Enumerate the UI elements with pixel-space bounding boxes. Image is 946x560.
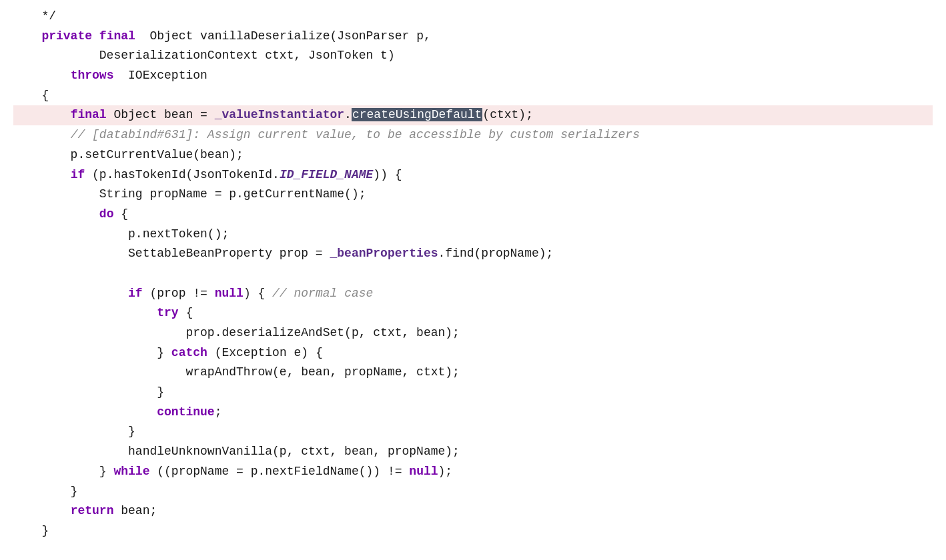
code-line-7: // [databind#631]: Assign current value,… bbox=[13, 125, 933, 145]
code-line-16: try { bbox=[13, 303, 933, 323]
keyword-final: final bbox=[99, 29, 135, 43]
code-line-27: } bbox=[13, 521, 933, 541]
code-line-23: handleUnknownVanilla(p, ctxt, bean, prop… bbox=[13, 442, 933, 462]
code-line-11: do { bbox=[13, 205, 933, 225]
code-line-19: wrapAndThrow(e, bean, propName, ctxt); bbox=[13, 363, 933, 383]
code-line-2: private final Object vanillaDeserialize(… bbox=[13, 27, 933, 47]
code-line-20: } bbox=[13, 383, 933, 403]
keyword-private: private bbox=[41, 29, 92, 43]
keyword-if-2: if bbox=[128, 287, 143, 300]
keyword-continue: continue bbox=[157, 405, 214, 419]
code-line-15: if (prop != null) { // normal case bbox=[13, 284, 933, 304]
code-line-13: SettableBeanProperty prop = _beanPropert… bbox=[13, 244, 933, 264]
code-container: */ private final Object vanillaDeseriali… bbox=[0, 7, 946, 560]
code-line-10: String propName = p.getCurrentName(); bbox=[13, 185, 933, 205]
keyword-null-2: null bbox=[409, 465, 438, 478]
comment-databind: // [databind#631]: Assign current value,… bbox=[71, 128, 640, 141]
keyword-catch: catch bbox=[171, 346, 207, 359]
code-line-17: prop.deserializeAndSet(p, ctxt, bean); bbox=[13, 323, 933, 343]
keyword-if: if bbox=[71, 168, 85, 181]
keyword-throws: throws bbox=[71, 69, 114, 82]
code-line-3: DeserializationContext ctxt, JsonToken t… bbox=[13, 46, 933, 66]
code-line-26: return bean; bbox=[13, 501, 933, 521]
keyword-null: null bbox=[215, 287, 244, 300]
keyword-try: try bbox=[157, 306, 178, 319]
code-line-18: } catch (Exception e) { bbox=[13, 343, 933, 363]
code-line-22: } bbox=[13, 422, 933, 442]
code-line-14 bbox=[13, 264, 933, 284]
code-line-4: throws IOException bbox=[13, 66, 933, 86]
code-line-9: if (p.hasTokenId(JsonTokenId.ID_FIELD_NA… bbox=[13, 165, 933, 185]
code-line-25: } bbox=[13, 482, 933, 502]
code-line-8: p.setCurrentValue(bean); bbox=[13, 145, 933, 165]
code-line-6: final Object bean = _valueInstantiator.c… bbox=[13, 105, 933, 125]
field-id-field-name: ID_FIELD_NAME bbox=[280, 168, 373, 181]
comment-normal-case: // normal case bbox=[272, 287, 373, 300]
field-valueinstantiator: _valueInstantiator bbox=[215, 108, 344, 121]
keyword-final-2: final bbox=[71, 108, 107, 121]
field-beanproperties: _beanProperties bbox=[330, 247, 438, 260]
keyword-do: do bbox=[99, 207, 114, 221]
code-line-12: p.nextToken(); bbox=[13, 225, 933, 245]
code-line-1: */ bbox=[13, 7, 933, 27]
code-line-21: continue; bbox=[13, 403, 933, 423]
method-createusingdefault: createUsingDefault bbox=[352, 108, 482, 121]
code-line-24: } while ((propName = p.nextFieldName()) … bbox=[13, 462, 933, 482]
code-block: */ private final Object vanillaDeseriali… bbox=[0, 7, 946, 541]
keyword-return: return bbox=[71, 504, 114, 517]
keyword-while: while bbox=[113, 465, 149, 478]
code-line-5: { bbox=[13, 86, 933, 106]
